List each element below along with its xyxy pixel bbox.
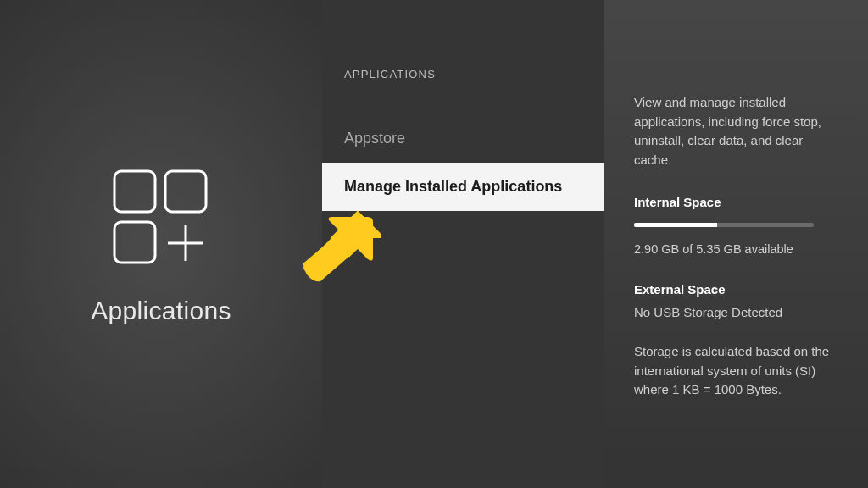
storage-note: Storage is calculated based on the inter… xyxy=(634,342,837,400)
category-title: Applications xyxy=(91,297,231,325)
applications-icon xyxy=(106,163,216,273)
svg-rect-1 xyxy=(165,171,206,212)
section-title: APPLICATIONS xyxy=(322,68,604,80)
category-panel: Applications xyxy=(0,0,322,488)
external-space-status: No USB Storage Detected xyxy=(634,303,837,323)
svg-rect-2 xyxy=(114,222,155,263)
external-space-block: External Space No USB Storage Detected xyxy=(634,280,837,322)
applications-menu-panel: APPLICATIONS Appstore Manage Installed A… xyxy=(322,0,604,488)
internal-space-bar xyxy=(634,223,814,227)
external-space-title: External Space xyxy=(634,280,837,300)
menu-item-manage-installed-applications[interactable]: Manage Installed Applications xyxy=(322,163,604,211)
details-description: View and manage installed applications, … xyxy=(634,93,837,169)
menu-item-appstore[interactable]: Appstore xyxy=(322,114,604,163)
internal-space-bar-fill xyxy=(634,223,717,227)
details-panel: View and manage installed applications, … xyxy=(604,0,868,488)
internal-space-available: 2.90 GB of 5.35 GB available xyxy=(634,241,837,259)
internal-space-block: Internal Space 2.90 GB of 5.35 GB availa… xyxy=(634,193,837,258)
internal-space-title: Internal Space xyxy=(634,193,837,213)
svg-rect-0 xyxy=(114,171,155,212)
